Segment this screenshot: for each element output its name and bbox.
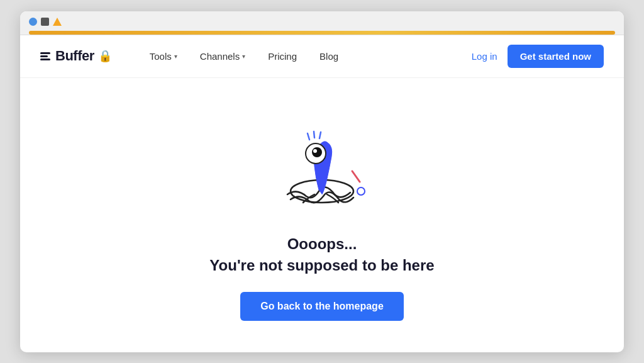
browser-window: Buffer 🔒 Tools ▾ Channels ▾ Pricing Blog… (20, 11, 624, 352)
error-illustration (240, 97, 404, 223)
svg-line-6 (319, 132, 321, 138)
error-text-block: Oooops... You're not supposed to be here (209, 235, 434, 274)
get-started-button[interactable]: Get started now (508, 45, 604, 68)
go-back-homepage-button[interactable]: Go back to the homepage (240, 292, 404, 321)
nav-channels[interactable]: Channels ▾ (200, 51, 245, 62)
dot-square (41, 18, 49, 26)
channels-chevron-icon: ▾ (242, 53, 245, 60)
logo-text: Buffer (55, 48, 94, 64)
nav-tools[interactable]: Tools ▾ (150, 51, 177, 62)
address-bar (29, 31, 615, 35)
login-button[interactable]: Log in (472, 51, 497, 62)
error-title: Oooops... (209, 235, 434, 253)
svg-line-5 (314, 131, 314, 138)
dot-triangle (53, 18, 62, 26)
svg-line-4 (308, 133, 309, 140)
svg-point-2 (312, 147, 322, 157)
navbar: Buffer 🔒 Tools ▾ Channels ▾ Pricing Blog… (20, 35, 624, 78)
svg-point-8 (357, 187, 365, 195)
nav-actions: Log in Get started now (472, 45, 604, 68)
logo-emoji: 🔒 (98, 49, 112, 63)
browser-dots (29, 18, 615, 26)
nav-tools-label: Tools (150, 51, 172, 62)
nav-pricing[interactable]: Pricing (268, 51, 297, 62)
svg-line-7 (352, 171, 360, 182)
error-subtitle: You're not supposed to be here (209, 257, 434, 274)
tools-chevron-icon: ▾ (174, 53, 177, 60)
nav-links: Tools ▾ Channels ▾ Pricing Blog (150, 51, 472, 62)
buffer-logo-icon (40, 52, 50, 60)
dot-blue (29, 18, 37, 26)
nav-pricing-label: Pricing (268, 51, 297, 62)
nav-blog[interactable]: Blog (319, 51, 338, 62)
logo-area: Buffer 🔒 (40, 48, 112, 64)
nav-blog-label: Blog (319, 51, 338, 62)
browser-chrome (20, 11, 624, 35)
svg-point-3 (313, 149, 317, 153)
nav-channels-label: Channels (200, 51, 240, 62)
main-content: Oooops... You're not supposed to be here… (20, 78, 624, 352)
